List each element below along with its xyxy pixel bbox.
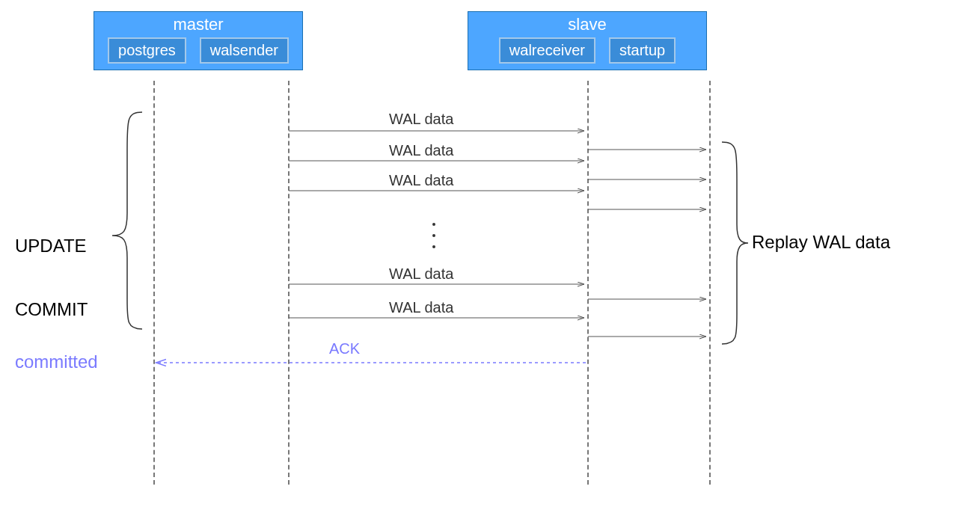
svg-point-6 <box>432 234 435 237</box>
msg-wal-1: WAL data <box>389 111 453 128</box>
master-title: master <box>94 15 302 34</box>
sequence-diagram: master postgres walsender slave walrecei… <box>0 0 980 510</box>
startup-box: startup <box>609 37 676 64</box>
svg-point-7 <box>432 245 435 248</box>
slave-box: slave walreceiver startup <box>468 11 707 70</box>
slave-title: slave <box>468 15 706 34</box>
postgres-box: postgres <box>108 37 186 64</box>
lifeline-postgres <box>153 81 155 485</box>
msg-wal-4: WAL data <box>389 265 453 283</box>
msg-ack: ACK <box>329 340 360 357</box>
msg-wal-5: WAL data <box>389 299 453 316</box>
diagram-svg <box>0 0 980 510</box>
label-replay: Replay WAL data <box>752 232 890 253</box>
msg-wal-2: WAL data <box>389 142 453 159</box>
label-committed: committed <box>15 351 98 372</box>
svg-point-5 <box>432 223 435 226</box>
label-update: UPDATE <box>15 236 87 256</box>
walreceiver-box: walreceiver <box>499 37 595 64</box>
lifeline-walreceiver <box>587 81 589 485</box>
lifeline-walsender <box>288 81 290 485</box>
walsender-box: walsender <box>200 37 289 64</box>
lifeline-startup <box>709 81 711 485</box>
master-box: master postgres walsender <box>94 11 303 70</box>
label-commit: COMMIT <box>15 299 88 320</box>
msg-wal-3: WAL data <box>389 172 453 189</box>
